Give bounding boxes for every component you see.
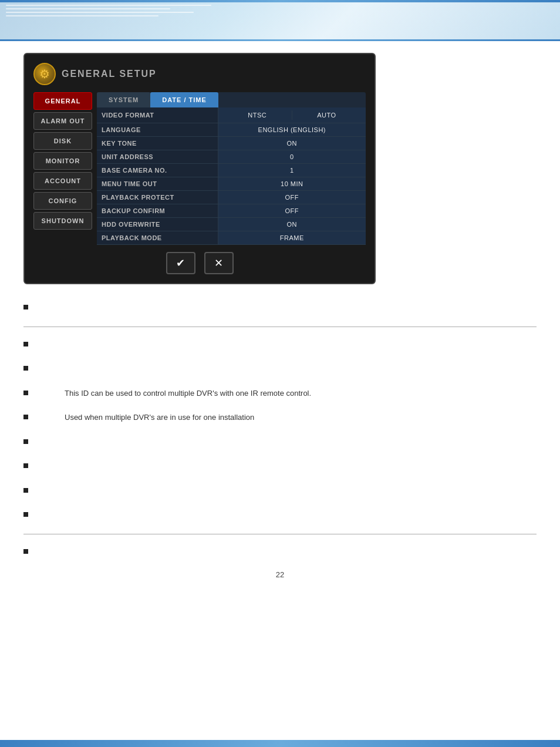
bullet-text-6 — [35, 436, 537, 448]
bullet-icon — [23, 342, 28, 346]
sidebar-item-general[interactable]: GENERAL — [33, 92, 92, 110]
setting-label-backup-confirm: BACKUP CONFIRM — [97, 204, 218, 218]
list-item — [23, 363, 537, 375]
list-item — [23, 436, 537, 448]
divider-2 — [23, 534, 537, 534]
bullet-list: This ID can be used to control multiple … — [23, 302, 537, 557]
list-item — [23, 485, 537, 497]
setting-value-language: ENGLISH (ENGLISH) — [218, 123, 366, 137]
table-row: VIDEO FORMAT NTSC AUTO — [97, 107, 366, 123]
setting-value-playback-protect: OFF — [218, 191, 366, 204]
dvr-header: GENERAL SETUP — [33, 63, 366, 85]
divider-1 — [23, 327, 537, 327]
table-row: KEY TONE ON — [97, 137, 366, 150]
list-item — [23, 460, 537, 472]
setting-label-unit-address: UNIT ADDRESS — [97, 150, 218, 164]
setting-value-hdd-overwrite: ON — [218, 218, 366, 231]
page-number: 22 — [23, 570, 537, 579]
dvr-tabs: SYSTEM DATE / TIME — [97, 92, 366, 107]
banner-lines — [6, 5, 241, 19]
dvr-logo-icon — [33, 63, 56, 85]
bullet-icon — [23, 391, 28, 395]
bullet-text-10 — [35, 546, 537, 558]
cancel-button[interactable]: ✕ — [204, 252, 234, 274]
list-item: This ID can be used to control multiple … — [23, 388, 537, 399]
bullet-icon — [23, 512, 28, 517]
bullet-icon — [23, 439, 28, 444]
list-item — [23, 546, 537, 558]
sidebar-item-monitor[interactable]: MONITOR — [33, 152, 92, 170]
setting-label-hdd-overwrite: HDD OVERWRITE — [97, 218, 218, 231]
banner-line-2 — [6, 8, 170, 9]
setting-label-playback-mode: PLAYBACK MODE — [97, 231, 218, 245]
setting-value-backup-confirm: OFF — [218, 204, 366, 218]
tab-date-time[interactable]: DATE / TIME — [150, 92, 218, 107]
sidebar-item-account[interactable]: ACCOUNT — [33, 172, 92, 190]
bullet-icon — [23, 488, 28, 493]
banner-line-3 — [6, 12, 194, 13]
settings-table: VIDEO FORMAT NTSC AUTO LANGUAGE ENGLISH … — [97, 107, 366, 245]
bullet-icon — [23, 305, 28, 309]
setting-value-unit-address: 0 — [218, 150, 366, 164]
video-format-auto: AUTO — [292, 110, 361, 120]
setting-label-key-tone: KEY TONE — [97, 137, 218, 150]
sidebar-item-config[interactable]: CONFIG — [33, 192, 92, 210]
setting-label-menu-timeout: MENU TIME OUT — [97, 177, 218, 191]
setting-label-language: LANGUAGE — [97, 123, 218, 137]
setting-value-playback-mode: FRAME — [218, 231, 366, 245]
table-row: BASE CAMERA NO. 1 — [97, 164, 366, 177]
banner-line-1 — [6, 5, 211, 6]
sub-text-4: This ID can be used to control multiple … — [65, 388, 537, 399]
sidebar-item-alarm-out[interactable]: ALARM OUT — [33, 112, 92, 130]
bullet-icon — [23, 549, 28, 554]
bullet-icon — [23, 415, 28, 419]
sub-text-5: Used when multiple DVR's are in use for … — [65, 412, 537, 423]
table-row: BACKUP CONFIRM OFF — [97, 204, 366, 218]
bullet-text-4: This ID can be used to control multiple … — [35, 388, 537, 399]
list-item — [23, 509, 537, 521]
bullet-text-7 — [35, 460, 537, 472]
bullet-text-5: Used when multiple DVR's are in use for … — [35, 412, 537, 423]
sidebar-item-shutdown[interactable]: SHUTDOWN — [33, 212, 92, 230]
list-item — [23, 339, 537, 351]
list-item: Used when multiple DVR's are in use for … — [23, 412, 537, 423]
dvr-sidebar: GENERAL ALARM OUT DISK MONITOR ACCOUNT C… — [33, 92, 92, 245]
dvr-actions: ✔ ✕ — [33, 252, 366, 274]
bullet-text-2 — [35, 339, 537, 351]
confirm-button[interactable]: ✔ — [166, 252, 195, 274]
setting-label-base-camera: BASE CAMERA NO. — [97, 164, 218, 177]
setting-label-playback-protect: PLAYBACK PROTECT — [97, 191, 218, 204]
video-format-ntsc: NTSC — [223, 110, 292, 120]
dvr-main-panel: SYSTEM DATE / TIME VIDEO FORMAT NTSC AUT… — [97, 92, 366, 245]
table-row: PLAYBACK MODE FRAME — [97, 231, 366, 245]
table-row: HDD OVERWRITE ON — [97, 218, 366, 231]
table-row: LANGUAGE ENGLISH (ENGLISH) — [97, 123, 366, 137]
setting-value-base-camera: 1 — [218, 164, 366, 177]
bullet-text-9 — [35, 509, 537, 521]
banner-line-4 — [6, 15, 158, 16]
dvr-panel: GENERAL SETUP GENERAL ALARM OUT DISK MON… — [23, 53, 376, 284]
sidebar-item-disk[interactable]: DISK — [33, 132, 92, 150]
tab-system[interactable]: SYSTEM — [97, 92, 150, 107]
bullet-text-3 — [35, 363, 537, 375]
setting-value-menu-timeout: 10 MIN — [218, 177, 366, 191]
setting-label-video-format: VIDEO FORMAT — [97, 107, 218, 123]
setting-value-key-tone: ON — [218, 137, 366, 150]
top-banner — [0, 0, 560, 41]
dvr-body: GENERAL ALARM OUT DISK MONITOR ACCOUNT C… — [33, 92, 366, 245]
bullet-text-8 — [35, 485, 537, 497]
bullet-text-1 — [35, 302, 537, 314]
table-row: MENU TIME OUT 10 MIN — [97, 177, 366, 191]
main-content: GENERAL SETUP GENERAL ALARM OUT DISK MON… — [0, 41, 560, 597]
table-row: UNIT ADDRESS 0 — [97, 150, 366, 164]
bullet-icon — [23, 463, 28, 468]
setting-value-video-format: NTSC AUTO — [218, 107, 366, 123]
bullet-icon — [23, 366, 28, 371]
list-item — [23, 302, 537, 314]
table-row: PLAYBACK PROTECT OFF — [97, 191, 366, 204]
bottom-bar — [0, 740, 560, 747]
dvr-title: GENERAL SETUP — [62, 69, 157, 79]
